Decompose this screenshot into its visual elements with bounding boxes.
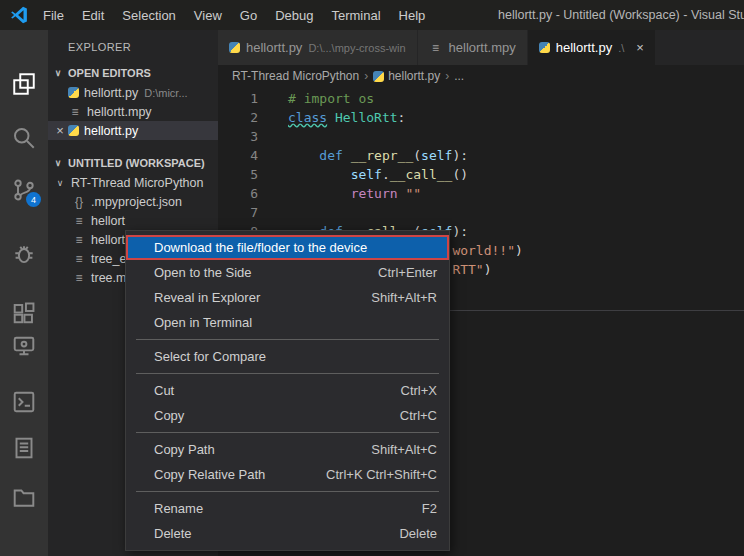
- context-menu-item[interactable]: Copy PathShift+Alt+C: [126, 437, 449, 462]
- breadcrumb-label: RT-Thread MicroPython: [232, 69, 359, 83]
- breadcrumb: RT-Thread MicroPython›hellortt.py›...: [218, 65, 744, 87]
- python-file-icon: [229, 42, 240, 53]
- code-line[interactable]: 4 def __repr__(self):: [218, 146, 744, 165]
- text-file-icon: ≡: [72, 233, 86, 247]
- terminal-box-icon[interactable]: [12, 390, 36, 414]
- line-number: 6: [218, 184, 258, 203]
- menu-item-label: Download the file/floder to the device: [154, 240, 367, 255]
- vscode-logo-icon: [10, 6, 28, 24]
- menu-item-label: Select for Compare: [154, 349, 266, 364]
- tree-item[interactable]: {}.mpyproject.json: [48, 192, 218, 211]
- menu-item-label: Rename: [154, 501, 203, 516]
- menubar-item-selection[interactable]: Selection: [113, 8, 184, 23]
- context-menu-item[interactable]: CopyCtrl+C: [126, 403, 449, 428]
- chevron-down-icon: ∨: [54, 178, 66, 188]
- menu-item-label: Copy Relative Path: [154, 467, 265, 482]
- menu-item-shortcut: Ctrl+X: [401, 383, 437, 398]
- chevron-down-icon: ∨: [52, 153, 64, 173]
- code-text: return "": [288, 184, 421, 203]
- breadcrumb-label: hellortt.py: [388, 69, 440, 83]
- tab-detail: D:\...\mpy-cross-win: [308, 42, 405, 54]
- code-line[interactable]: 1# import os: [218, 89, 744, 108]
- context-menu-item[interactable]: Reveal in ExplorerShift+Alt+R: [126, 285, 449, 310]
- breadcrumb-item[interactable]: RT-Thread MicroPython: [232, 69, 359, 83]
- context-menu-item[interactable]: Select for Compare: [126, 344, 449, 369]
- context-menu-item[interactable]: Copy Relative PathCtrl+K Ctrl+Shift+C: [126, 462, 449, 487]
- editor-tab[interactable]: ≡hellortt.mpy: [418, 30, 528, 65]
- tree-folder[interactable]: ∨RT-Thread MicroPython: [48, 173, 218, 192]
- output-file-icon[interactable]: [12, 436, 36, 460]
- editor-tab[interactable]: hellortt.pyD:\...\mpy-cross-win: [218, 30, 418, 65]
- editor-tab[interactable]: hellortt.py.\×: [528, 30, 656, 65]
- workspace-label: UNTITLED (WORKSPACE): [68, 153, 205, 173]
- line-number: 4: [218, 146, 258, 165]
- menu-item-shortcut: Ctrl+C: [400, 408, 437, 423]
- workspace-header[interactable]: ∨ UNTITLED (WORKSPACE): [48, 153, 218, 173]
- file-name: hellortt.mpy: [87, 105, 152, 119]
- code-line[interactable]: 6 return "": [218, 184, 744, 203]
- sidebar-title: EXPLORER: [48, 30, 218, 63]
- menu-item-shortcut: Ctrl+K Ctrl+Shift+C: [326, 467, 437, 482]
- python-file-icon: [68, 87, 79, 98]
- source-control-icon[interactable]: 4: [12, 178, 36, 202]
- explorer-icon[interactable]: [12, 72, 36, 96]
- context-menu-separator: [136, 373, 439, 374]
- code-line[interactable]: 5 self.__call__(): [218, 165, 744, 184]
- menu-item-label: Reveal in Explorer: [154, 290, 260, 305]
- context-menu-item[interactable]: Download the file/floder to the device: [126, 235, 449, 260]
- close-icon[interactable]: ×: [52, 123, 68, 138]
- menu-item-label: Open in Terminal: [154, 315, 252, 330]
- open-editor-item[interactable]: ×hellortt.py: [48, 121, 218, 140]
- open-editor-item[interactable]: ≡hellortt.mpy: [48, 102, 218, 121]
- folder-icon[interactable]: [12, 486, 36, 510]
- menubar-item-go[interactable]: Go: [231, 8, 266, 23]
- tree-item[interactable]: ≡hellort: [48, 211, 218, 230]
- file-name: hellortt.py: [84, 124, 138, 138]
- tab-label: hellortt.py: [246, 40, 302, 55]
- extensions-icon[interactable]: [12, 302, 36, 326]
- device-monitor-icon[interactable]: [12, 334, 36, 358]
- context-menu-item[interactable]: RenameF2: [126, 496, 449, 521]
- menubar-item-edit[interactable]: Edit: [73, 8, 113, 23]
- text-file-icon: ≡: [72, 214, 86, 228]
- context-menu-item[interactable]: CutCtrl+X: [126, 378, 449, 403]
- context-menu-item[interactable]: DeleteDelete: [126, 521, 449, 546]
- menubar-item-terminal[interactable]: Terminal: [322, 8, 389, 23]
- breadcrumb-item[interactable]: ...: [454, 69, 464, 83]
- open-editors-header[interactable]: ∨ OPEN EDITORS: [48, 63, 218, 83]
- debug-icon[interactable]: [12, 242, 36, 266]
- menubar-item-file[interactable]: File: [34, 8, 73, 23]
- chevron-down-icon: ∨: [52, 63, 64, 83]
- line-number: 7: [218, 203, 258, 222]
- context-menu-item[interactable]: Open to the SideCtrl+Enter: [126, 260, 449, 285]
- context-menu-item[interactable]: Open in Terminal: [126, 310, 449, 335]
- open-editor-item[interactable]: hellortt.pyD:\micr...: [48, 83, 218, 102]
- menu-item-shortcut: Ctrl+Enter: [378, 265, 437, 280]
- chevron-right-icon: ›: [364, 69, 368, 83]
- breadcrumb-item[interactable]: hellortt.py: [373, 69, 440, 83]
- menubar-item-view[interactable]: View: [185, 8, 231, 23]
- text-file-icon: ≡: [429, 41, 443, 55]
- line-number: 3: [218, 127, 258, 146]
- menu-item-shortcut: F2: [422, 501, 437, 516]
- close-icon[interactable]: ×: [636, 40, 644, 55]
- activity-bar: 4: [0, 30, 48, 556]
- file-name: RT-Thread MicroPython: [71, 176, 203, 190]
- code-line[interactable]: 3: [218, 127, 744, 146]
- code-text: self.__call__(): [288, 165, 468, 184]
- menubar-item-debug[interactable]: Debug: [266, 8, 322, 23]
- code-line[interactable]: 7: [218, 203, 744, 222]
- menu-item-label: Copy: [154, 408, 184, 423]
- menu-item-shortcut: Shift+Alt+R: [371, 290, 437, 305]
- code-text: class HelloRtt:: [288, 108, 405, 127]
- tab-bar: hellortt.pyD:\...\mpy-cross-win≡hellortt…: [218, 30, 744, 65]
- context-menu-separator: [136, 432, 439, 433]
- file-name: hellort: [91, 233, 125, 247]
- file-name: tree.m: [91, 271, 126, 285]
- vscode-window: { "window": { "title": "hellortt.py - Un…: [0, 0, 744, 556]
- file-name: hellort: [91, 214, 125, 228]
- code-line[interactable]: 2class HelloRtt:: [218, 108, 744, 127]
- window-title: hellortt.py - Untitled (Workspace) - Vis…: [498, 0, 744, 30]
- search-icon[interactable]: [12, 126, 36, 150]
- menubar-item-help[interactable]: Help: [390, 8, 435, 23]
